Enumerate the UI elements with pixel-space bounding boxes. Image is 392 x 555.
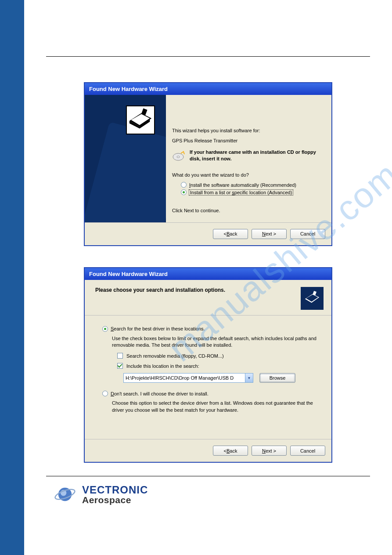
dontsearch-group: Don't search. I will choose the driver t… — [102, 391, 323, 414]
logo-line2: Aerospace — [82, 495, 148, 504]
sidebar-deco — [85, 122, 166, 222]
hardware-icon — [126, 105, 155, 134]
logo-line1: VECTRONIC — [82, 485, 148, 495]
wizard1-buttons: < Back Next > Cancel — [85, 222, 331, 245]
device-name: GPS Plus Release Transmitter — [172, 138, 325, 144]
logo-globe-icon — [53, 482, 77, 506]
next-button-2[interactable]: Next > — [252, 446, 287, 456]
titlebar-2: Found New Hardware Wizard — [85, 268, 331, 280]
cd-icon — [172, 149, 186, 164]
wizard2-heading: Please choose your search and installati… — [95, 287, 225, 293]
next-button-1[interactable]: Next > — [252, 229, 287, 239]
wizard2-buttons: < Back Next > Cancel — [85, 439, 331, 462]
chk-include[interactable] — [117, 363, 123, 369]
footer-logo: VECTRONIC Aerospace — [53, 482, 370, 506]
radio-dontsearch[interactable] — [102, 391, 108, 396]
dropdown-arrow-icon[interactable]: ▼ — [245, 374, 253, 382]
click-next-text: Click Next to continue. — [172, 207, 325, 214]
search-sub: Use the check boxes below to limit or ex… — [112, 335, 323, 349]
svg-point-6 — [177, 156, 180, 158]
chk-removable[interactable] — [117, 353, 123, 359]
wizard2-body: Search for the best driver in these loca… — [85, 316, 331, 439]
wizard1-body: This wizard helps you install software f… — [85, 95, 331, 222]
path-combo[interactable]: H:\Projekte\HIRSCH\CD\Drop Off Manager\U… — [123, 373, 253, 383]
radio-search-row[interactable]: Search for the best driver in these loca… — [102, 326, 323, 332]
chk-removable-row[interactable]: Search removable media (floppy, CD-ROM..… — [117, 353, 323, 359]
page-content: Found New Hardware Wizard This wizard he… — [24, 56, 392, 506]
radio-search[interactable] — [102, 326, 108, 332]
cd-hint: If your hardware came with an installati… — [172, 149, 325, 164]
wizard1-intro: This wizard helps you install software f… — [172, 127, 325, 134]
wizard2-header: Please choose your search and installati… — [85, 280, 331, 316]
path-value: H:\Projekte\HIRSCH\CD\Drop Off Manager\U… — [126, 375, 234, 381]
chk-include-row[interactable]: Include this location in the search: — [117, 363, 323, 369]
radio-dontsearch-label: Don't search. I will choose the driver t… — [111, 391, 209, 396]
radio-advanced-label: Install from a list or specific location… — [189, 190, 293, 195]
wizard-dialog-1: Found New Hardware Wizard This wizard he… — [84, 82, 332, 246]
wizard1-content: This wizard helps you install software f… — [166, 95, 331, 222]
radio-auto[interactable] — [181, 182, 187, 188]
cd-text: If your hardware came with an installati… — [190, 149, 325, 164]
hardware-icon-small — [301, 287, 324, 310]
wizard1-sidebar — [85, 95, 166, 222]
search-group: Search for the best driver in these loca… — [102, 326, 323, 383]
chk-removable-label: Search removable media (floppy, CD-ROM..… — [126, 353, 224, 359]
radio-dontsearch-row[interactable]: Don't search. I will choose the driver t… — [102, 391, 323, 396]
radio-advanced[interactable] — [181, 189, 187, 195]
divider-top — [46, 56, 370, 57]
radio-auto-row[interactable]: Install the software automatically (Reco… — [181, 182, 325, 188]
radio-search-label: Search for the best driver in these loca… — [111, 326, 205, 331]
path-row: H:\Projekte\HIRSCH\CD\Drop Off Manager\U… — [123, 373, 323, 383]
divider-bottom — [46, 476, 370, 476]
chk-include-label: Include this location in the search: — [126, 363, 199, 369]
dontsearch-sub: Choose this option to select the device … — [112, 400, 323, 414]
back-button-1[interactable]: < Back — [213, 229, 248, 239]
wizard1-question: What do you want the wizard to do? — [172, 172, 325, 178]
cancel-button-1[interactable]: Cancel — [290, 229, 325, 239]
back-button-2[interactable]: < Back — [213, 446, 248, 456]
titlebar-1: Found New Hardware Wizard — [85, 83, 331, 95]
browse-button[interactable]: Browse — [259, 373, 295, 383]
radio-advanced-row[interactable]: Install from a list or specific location… — [181, 189, 325, 195]
cancel-button-2[interactable]: Cancel — [290, 446, 325, 456]
left-stripe — [0, 0, 24, 555]
logo-text: VECTRONIC Aerospace — [82, 485, 148, 504]
wizard-dialog-2: Found New Hardware Wizard Please choose … — [84, 267, 332, 463]
radio-auto-label: Install the software automatically (Reco… — [189, 182, 296, 188]
